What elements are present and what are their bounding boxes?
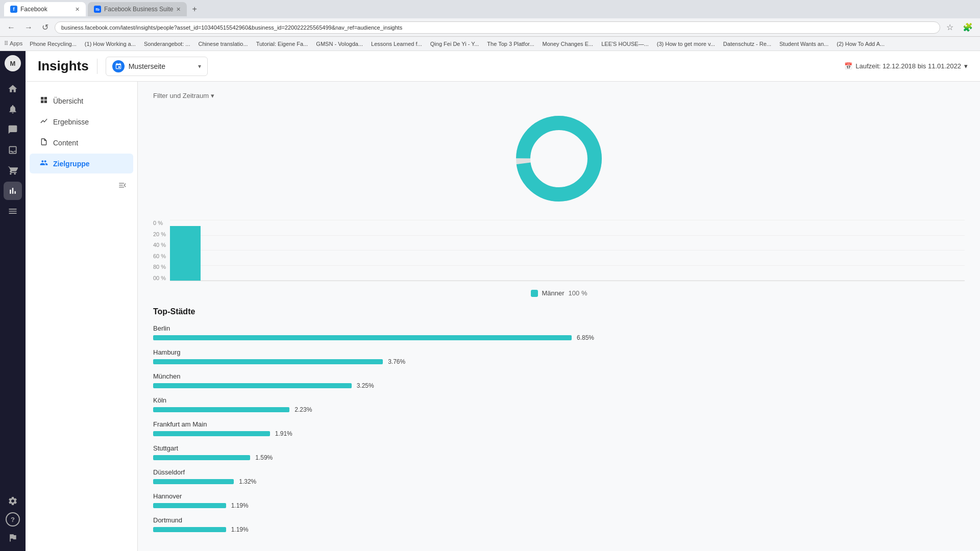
bookmark-8[interactable]: Qing Fei De Yi - Y... xyxy=(427,40,482,48)
url-bar[interactable]: business.facebook.com/latest/insights/pe… xyxy=(55,21,940,34)
notifications-icon-button[interactable] xyxy=(4,100,22,118)
nav-sidebar: Übersicht Ergebnisse Content xyxy=(26,82,138,551)
page-selector-dropdown-icon: ▾ xyxy=(198,63,201,70)
city-pct: 3.76% xyxy=(388,358,405,365)
tab-business-suite[interactable]: fb Facebook Business Suite ✕ xyxy=(88,2,187,16)
page-selector[interactable]: Musterseite ▾ xyxy=(106,57,208,76)
legend-label: Männer xyxy=(542,289,565,297)
bookmark-button[interactable]: ☆ xyxy=(943,21,957,33)
nav-item-uebersicht[interactable]: Übersicht xyxy=(30,91,133,111)
bookmark-3[interactable]: Sonderangebot: ... xyxy=(141,40,193,48)
url-text: business.facebook.com/latest/insights/pe… xyxy=(61,24,402,31)
bookmark-4[interactable]: Chinese translatio... xyxy=(195,40,251,48)
donut-chart-container xyxy=(153,108,965,210)
svg-point-1 xyxy=(523,123,595,194)
city-bar-container: 2.23% xyxy=(153,406,965,413)
icon-sidebar: M ? xyxy=(0,51,26,551)
city-name: Stuttgart xyxy=(153,444,965,452)
report-icon-button[interactable] xyxy=(4,529,22,547)
bookmark-1[interactable]: Phone Recycling... xyxy=(27,40,80,48)
bookmark-15[interactable]: (2) How To Add A... xyxy=(834,40,888,48)
date-range-text: Laufzeit: 12.12.2018 bis 11.01.2022 xyxy=(855,62,961,70)
reload-button[interactable]: ↺ xyxy=(39,21,52,33)
more-icon-button[interactable] xyxy=(4,202,22,220)
city-name: Hamburg xyxy=(153,348,965,356)
sidebar-toggle-button[interactable] xyxy=(118,181,127,192)
city-row: Berlin6.85% xyxy=(153,324,965,341)
messages-icon-button[interactable] xyxy=(4,120,22,139)
uebersicht-icon xyxy=(40,96,48,106)
forward-button[interactable]: → xyxy=(21,22,36,33)
inbox-icon-button[interactable] xyxy=(4,141,22,159)
nav-item-content[interactable]: Content xyxy=(30,133,133,153)
tab-facebook[interactable]: f Facebook ✕ xyxy=(4,2,86,16)
home-icon-button[interactable] xyxy=(4,80,22,98)
help-icon-button[interactable]: ? xyxy=(6,512,20,527)
calendar-icon: 📅 xyxy=(844,62,852,70)
ergebnisse-label: Ergebnisse xyxy=(53,118,89,126)
bookmark-5[interactable]: Tutorial: Eigene Fa... xyxy=(253,40,311,48)
city-pct: 1.32% xyxy=(239,478,256,485)
bookmark-9[interactable]: The Top 3 Platfor... xyxy=(484,40,537,48)
bar-manners xyxy=(170,226,201,281)
bookmark-2[interactable]: (1) How Working a... xyxy=(82,40,139,48)
city-pct: 1.19% xyxy=(231,502,249,509)
bookmark-14[interactable]: Student Wants an... xyxy=(776,40,831,48)
content-area: Übersicht Ergebnisse Content xyxy=(26,82,980,551)
city-pct: 1.59% xyxy=(255,454,273,461)
main-area: Insights Musterseite ▾ 📅 Laufzeit: 12.12… xyxy=(26,51,980,551)
city-bar-container: 6.85% xyxy=(153,334,965,341)
top-header: Insights Musterseite ▾ 📅 Laufzeit: 12.12… xyxy=(26,51,980,82)
new-tab-button[interactable]: + xyxy=(189,5,200,14)
header-divider xyxy=(97,59,97,74)
city-bar xyxy=(153,479,234,484)
city-row: Stuttgart1.59% xyxy=(153,444,965,461)
bookmark-7[interactable]: Lessons Learned f... xyxy=(368,40,425,48)
city-bar-container: 1.32% xyxy=(153,478,965,485)
city-pct: 2.23% xyxy=(295,406,312,413)
city-bar-container: 1.19% xyxy=(153,526,965,533)
date-range-selector[interactable]: 📅 Laufzeit: 12.12.2018 bis 11.01.2022 ▾ xyxy=(844,62,968,70)
browser-nav-bar: ← → ↺ business.facebook.com/latest/insig… xyxy=(0,18,980,37)
city-row: Hannover1.19% xyxy=(153,492,965,509)
main-content: Filter und Zeitraum ▾ 00 % 80 % 60 % xyxy=(138,82,980,551)
city-bar xyxy=(153,503,226,508)
city-row: Frankfurt am Main1.91% xyxy=(153,420,965,437)
bookmark-13[interactable]: Datenschutz - Re... xyxy=(720,40,774,48)
nav-item-ergebnisse[interactable]: Ergebnisse xyxy=(30,112,133,132)
settings-icon-button[interactable] xyxy=(4,492,22,510)
top-cities-title: Top-Städte xyxy=(153,307,965,316)
ergebnisse-icon xyxy=(40,117,48,127)
business-favicon: fb xyxy=(94,6,101,13)
city-pct: 1.91% xyxy=(275,430,292,437)
y-axis: 00 % 80 % 60 % 40 % 20 % 0 % xyxy=(153,220,170,281)
city-row: Dortmund1.19% xyxy=(153,516,965,533)
shop-icon-button[interactable] xyxy=(4,161,22,180)
city-bar xyxy=(153,383,352,388)
tab-close-button[interactable]: ✕ xyxy=(176,6,181,13)
bookmark-10[interactable]: Money Changes E... xyxy=(540,40,597,48)
city-bar xyxy=(153,359,383,364)
section-header[interactable]: Filter und Zeitraum ▾ xyxy=(153,92,965,99)
city-row: Köln2.23% xyxy=(153,396,965,413)
zielgruppe-label: Zielgruppe xyxy=(53,160,90,168)
page-title: Insights xyxy=(38,58,89,74)
city-bar-container: 1.19% xyxy=(153,502,965,509)
avatar[interactable]: M xyxy=(5,55,21,71)
apps-button[interactable]: ⠿ Apps xyxy=(4,40,22,47)
tab-close-button[interactable]: ✕ xyxy=(75,6,80,13)
tab-label: Facebook Business Suite xyxy=(104,6,173,13)
back-button[interactable]: ← xyxy=(4,22,18,33)
city-bar xyxy=(153,335,572,340)
extensions-button[interactable]: 🧩 xyxy=(960,21,976,33)
browser-tab-bar: f Facebook ✕ fb Facebook Business Suite … xyxy=(0,0,980,18)
zielgruppe-icon xyxy=(40,159,48,168)
analytics-icon-button[interactable] xyxy=(4,182,22,200)
bookmark-11[interactable]: LEE'S HOUSE—... xyxy=(598,40,652,48)
city-name: Düsseldorf xyxy=(153,468,965,476)
bookmark-6[interactable]: GMSN - Vologda... xyxy=(313,40,366,48)
tab-label: Facebook xyxy=(20,6,47,13)
city-name: München xyxy=(153,372,965,380)
nav-item-zielgruppe[interactable]: Zielgruppe xyxy=(30,154,133,173)
bookmark-12[interactable]: (3) How to get more v... xyxy=(654,40,718,48)
